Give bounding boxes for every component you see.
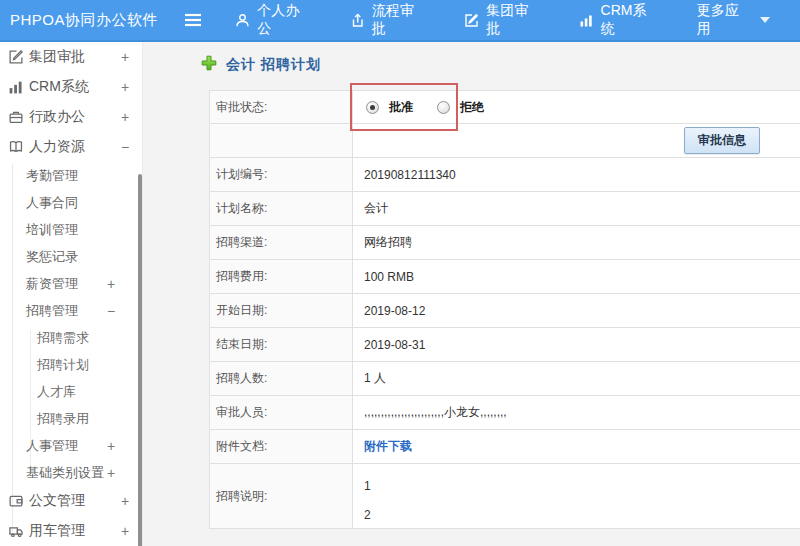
field-label: 结束日期: xyxy=(210,328,353,361)
table-row-recruit-channel: 招聘渠道: 网络招聘 xyxy=(210,226,800,260)
sidebar-item-human-resources[interactable]: 人力资源 − xyxy=(0,132,143,162)
radio-approve[interactable] xyxy=(366,101,379,114)
add-plus-icon[interactable] xyxy=(201,55,217,75)
sidebar-item-crm-system[interactable]: CRM系统 + xyxy=(0,72,143,102)
table-row-approve-button: 审批信息 xyxy=(210,124,800,158)
sidebar-item-personnel-mgmt[interactable]: 人事管理 + xyxy=(0,432,143,459)
nav-label: 流程审批 xyxy=(372,2,422,38)
sidebar-item-base-category[interactable]: 基础类别设置 + xyxy=(0,459,143,486)
field-value: 1 人 xyxy=(353,362,800,395)
field-label: 计划名称: xyxy=(210,192,353,225)
radio-reject[interactable] xyxy=(437,101,450,114)
sidebar-item-label: 集团审批 xyxy=(29,48,85,66)
edit-square-icon xyxy=(8,49,24,65)
bar-chart-icon xyxy=(8,79,24,95)
table-row-approvers: 审批人员: ,,,,,,,,,,,,,,,,,,,,,,,,小龙女,,,,,,,… xyxy=(210,396,800,430)
expander-plus-icon[interactable]: + xyxy=(121,109,129,125)
sidebar-item-label: 行政办公 xyxy=(29,108,85,126)
nav-label: CRM系统 xyxy=(601,2,655,38)
attachment-download-link[interactable]: 附件下载 xyxy=(364,438,412,455)
approval-radio-group: 批准 拒绝 xyxy=(364,99,498,116)
nav-flow-approval[interactable]: 流程审批 xyxy=(338,0,434,40)
sidebar-item-recruit-hire[interactable]: 招聘录用 xyxy=(0,405,143,432)
top-navbar: PHPOA协同办公软件 个人办公 流程审批 集团审批 CRM系统 更多应用 xyxy=(0,0,800,42)
sidebar-item-label: 人才库 xyxy=(37,383,76,401)
sidebar-item-label: 基础类别设置 xyxy=(26,464,104,482)
sidebar-item-training[interactable]: 培训管理 xyxy=(0,216,143,243)
expander-minus-icon[interactable]: − xyxy=(107,303,115,319)
edit-square-icon xyxy=(464,13,479,28)
field-value-multiline: 1 2 xyxy=(353,464,800,528)
field-label-empty xyxy=(210,124,353,157)
nav-personal-office[interactable]: 个人办公 xyxy=(223,0,319,40)
table-row-approval-status: 审批状态: 批准 拒绝 xyxy=(210,91,800,124)
description-line: 1 xyxy=(364,472,800,501)
sidebar-item-talent-pool[interactable]: 人才库 xyxy=(0,378,143,405)
user-icon xyxy=(235,13,250,28)
sidebar-item-label: 人事管理 xyxy=(26,437,78,455)
field-label: 附件文档: xyxy=(210,430,353,463)
table-row-plan-number: 计划编号: 20190812111340 xyxy=(210,158,800,192)
detail-form-table: 审批状态: 批准 拒绝 审批信息 计划编号: 20190812111340 计 xyxy=(209,90,800,529)
nav-group-approval[interactable]: 集团审批 xyxy=(452,0,548,40)
sidebar-item-recruit-demand[interactable]: 招聘需求 xyxy=(0,324,143,351)
sidebar-item-label: 公文管理 xyxy=(29,492,85,510)
caret-down-icon xyxy=(760,17,770,23)
sidebar-item-admin-office[interactable]: 行政办公 + xyxy=(0,102,143,132)
book-icon xyxy=(8,139,24,155)
nav-label: 集团审批 xyxy=(486,2,536,38)
expander-plus-icon[interactable]: + xyxy=(107,276,115,292)
field-value: 20190812111340 xyxy=(353,158,800,191)
field-value: 2019-08-12 xyxy=(353,294,800,327)
table-row-plan-name: 计划名称: 会计 xyxy=(210,192,800,226)
sidebar-item-attendance[interactable]: 考勤管理 xyxy=(0,162,143,189)
table-row-recruit-cost: 招聘费用: 100 RMB xyxy=(210,260,800,294)
nav-crm-system[interactable]: CRM系统 xyxy=(567,0,667,40)
approval-info-button[interactable]: 审批信息 xyxy=(684,127,760,154)
field-label: 招聘费用: xyxy=(210,260,353,293)
nav-more-apps[interactable]: 更多应用 xyxy=(685,0,782,40)
page-title: 会计 招聘计划 xyxy=(226,56,321,74)
sidebar-item-salary[interactable]: 薪资管理 + xyxy=(0,270,143,297)
expander-minus-icon[interactable]: − xyxy=(121,139,129,155)
sidebar-item-label: 招聘需求 xyxy=(37,329,89,347)
sidebar-item-vehicle[interactable]: 用车管理 + xyxy=(0,516,143,546)
menu-toggle-icon[interactable] xyxy=(177,13,209,27)
field-value: 2019-08-31 xyxy=(353,328,800,361)
sidebar-item-label: 奖惩记录 xyxy=(26,248,78,266)
main-content: 会计 招聘计划 审批状态: 批准 拒绝 审批信息 计划编号: 2 xyxy=(143,42,800,546)
field-value: 会计 xyxy=(353,192,800,225)
field-label: 开始日期: xyxy=(210,294,353,327)
radio-approve-label[interactable]: 批准 xyxy=(389,99,413,116)
field-label: 招聘人数: xyxy=(210,362,353,395)
sidebar-item-documents[interactable]: 公文管理 + xyxy=(0,486,143,516)
expander-plus-icon[interactable]: + xyxy=(121,79,129,95)
expander-plus-icon[interactable]: + xyxy=(121,49,129,65)
app-title: PHPOA协同办公软件 xyxy=(0,11,177,30)
field-label: 招聘说明: xyxy=(210,464,353,528)
expander-plus-icon[interactable]: + xyxy=(107,465,115,481)
field-label: 审批人员: xyxy=(210,396,353,429)
nav-label: 个人办公 xyxy=(257,2,307,38)
table-row-start-date: 开始日期: 2019-08-12 xyxy=(210,294,800,328)
radio-reject-label[interactable]: 拒绝 xyxy=(460,99,484,116)
sidebar-item-recruit-mgmt[interactable]: 招聘管理 − xyxy=(0,297,143,324)
field-value: ,,,,,,,,,,,,,,,,,,,,,,,,小龙女,,,,,,,, xyxy=(353,396,800,429)
table-row-attachment: 附件文档: 附件下载 xyxy=(210,430,800,464)
field-label: 审批状态: xyxy=(210,91,353,123)
truck-icon xyxy=(8,523,24,539)
flow-export-icon xyxy=(350,13,365,28)
sidebar-item-recruit-plan[interactable]: 招聘计划 xyxy=(0,351,143,378)
sidebar-item-group-approval[interactable]: 集团审批 + xyxy=(0,42,143,72)
page-header: 会计 招聘计划 xyxy=(201,55,321,75)
sidebar-item-hr-contract[interactable]: 人事合同 xyxy=(0,189,143,216)
expander-plus-icon[interactable]: + xyxy=(107,438,115,454)
table-row-description: 招聘说明: 1 2 xyxy=(210,464,800,528)
sidebar-item-label: 考勤管理 xyxy=(26,167,78,185)
sidebar: 集团审批 + CRM系统 + 行政办公 + 人力资源 − 考勤管理 人事合同 培… xyxy=(0,42,143,546)
expander-plus-icon[interactable]: + xyxy=(121,493,129,509)
expander-plus-icon[interactable]: + xyxy=(121,523,129,539)
briefcase-icon xyxy=(8,109,24,125)
sidebar-item-rewards[interactable]: 奖惩记录 xyxy=(0,243,143,270)
sidebar-item-label: 招聘管理 xyxy=(26,302,78,320)
